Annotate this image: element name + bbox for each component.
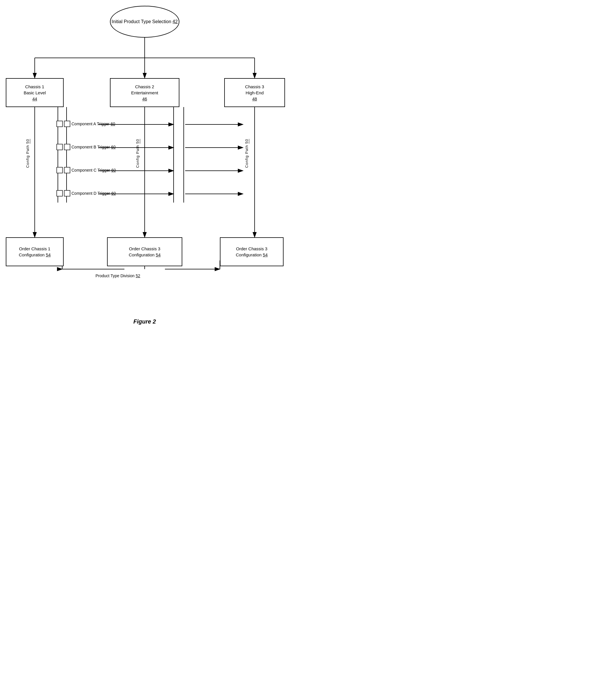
trigger-a-checkbox1[interactable] [57, 121, 63, 127]
chassis3-number: 48 [252, 96, 257, 101]
initial-label: Initial Product Type Selection [112, 19, 173, 24]
order2-number: 54 [156, 252, 161, 257]
order1-number: 54 [46, 252, 51, 257]
order2-node: Order Chassis 3Configuration 54 [107, 237, 182, 266]
product-type-division-label: Product Type Division 52 [96, 273, 140, 278]
trigger-b-row: Component B Trigger 60 [57, 144, 116, 150]
trigger-d-checkbox2[interactable] [64, 190, 70, 197]
chassis1-number: 44 [32, 96, 37, 101]
trigger-d-checkbox1[interactable] [57, 190, 63, 197]
trigger-b-checkbox2[interactable] [64, 144, 70, 150]
trigger-d-row: Component D Trigger 60 [57, 190, 116, 197]
config-path-right: Config Path 50 [244, 139, 249, 168]
config-path-center: Config Path 50 [135, 139, 140, 168]
trigger-d-label: Component D Trigger 60 [71, 191, 116, 196]
initial-product-node: Initial Product Type Selection 42 [110, 6, 179, 38]
chassis2-number: 46 [142, 96, 147, 101]
trigger-c-row: Component C Trigger 60 [57, 167, 116, 173]
diagram: Initial Product Type Selection 42 Chassi… [0, 0, 289, 312]
trigger-a-checkbox2[interactable] [64, 121, 70, 127]
trigger-a-label: Component A Trigger 60 [71, 122, 115, 126]
order3-number: 54 [263, 252, 268, 257]
chassis3-node: Chassis 3High-End48 [224, 78, 285, 107]
config-path-left: Config Path 50 [26, 139, 30, 168]
order3-node: Order Chassis 3Configuration 54 [220, 237, 284, 266]
trigger-c-checkbox2[interactable] [64, 167, 70, 173]
trigger-c-checkbox1[interactable] [57, 167, 63, 173]
chassis1-node: Chassis 1Basic Level44 [6, 78, 64, 107]
order1-node: Order Chassis 1Configuration 54 [6, 237, 64, 266]
initial-number: 42 [172, 19, 178, 24]
trigger-c-label: Component C Trigger 60 [71, 168, 116, 172]
chassis2-node: Chassis 2Entertainment46 [110, 78, 179, 107]
trigger-b-checkbox1[interactable] [57, 144, 63, 150]
trigger-a-row: Component A Trigger 60 [57, 121, 115, 127]
trigger-b-label: Component B Trigger 60 [71, 145, 116, 149]
figure-caption: Figure 2 [0, 318, 289, 325]
